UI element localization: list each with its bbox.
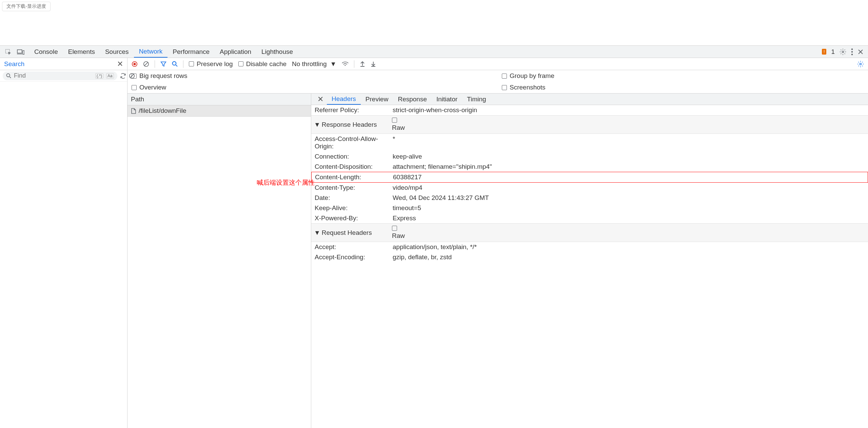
header-key: Accept-Encoding: <box>315 253 393 261</box>
triangle-icon: ▼ <box>314 121 320 128</box>
regex-toggle[interactable]: (.*) <box>95 73 103 79</box>
raw-label: Raw <box>392 232 405 240</box>
header-row: Accept-Encoding:gzip, deflate, br, zstd <box>311 252 868 262</box>
clear-network-icon[interactable] <box>143 61 149 67</box>
header-value: 60388217 <box>393 174 864 181</box>
header-row: Connection:keep-alive <box>311 151 868 162</box>
header-key: Connection: <box>315 153 393 160</box>
requests-header[interactable]: Path <box>127 94 311 105</box>
tab-elements[interactable]: Elements <box>63 46 100 58</box>
svg-point-15 <box>133 63 136 65</box>
triangle-icon: ▼ <box>314 229 320 237</box>
gear-icon[interactable] <box>840 48 846 55</box>
svg-point-4 <box>842 51 844 53</box>
request-row[interactable]: /fileList/downFile <box>127 105 311 117</box>
page-button[interactable]: 文件下载-显示进度 <box>2 2 51 11</box>
search-close-icon[interactable]: ✕ <box>117 60 123 68</box>
request-details: ✕ HeadersPreviewResponseInitiatorTiming … <box>311 94 868 428</box>
search-label: Search <box>4 60 24 68</box>
tab-console[interactable]: Console <box>29 46 63 58</box>
big-rows-checkbox[interactable]: Big request rows <box>132 72 494 80</box>
details-body[interactable]: Referrer Policy:strict-origin-when-cross… <box>311 105 868 428</box>
svg-line-19 <box>176 65 177 66</box>
devtools: ConsoleElementsSourcesNetworkPerformance… <box>0 45 868 428</box>
section-header[interactable]: ▼Response HeadersRaw <box>311 115 868 134</box>
header-row: Content-Length:60388217 <box>311 172 868 183</box>
group-frame-checkbox[interactable]: Group by frame <box>502 72 864 80</box>
header-key: Date: <box>315 194 393 202</box>
header-row: Referrer Policy:strict-origin-when-cross… <box>311 105 868 115</box>
details-tab-initiator[interactable]: Initiator <box>432 94 462 105</box>
svg-point-5 <box>851 48 853 50</box>
svg-point-7 <box>851 54 853 55</box>
refresh-icon[interactable] <box>120 73 126 79</box>
overview-checkbox[interactable]: Overview <box>132 84 494 91</box>
raw-checkbox[interactable] <box>392 226 397 231</box>
raw-checkbox[interactable] <box>392 118 397 123</box>
svg-point-10 <box>6 74 9 77</box>
network-toolbar: Preserve log Disable cache No throttling… <box>127 58 868 70</box>
header-value: strict-origin-when-cross-origin <box>393 106 865 114</box>
throttling-select[interactable]: No throttling ▼ <box>292 60 336 68</box>
details-tab-timing[interactable]: Timing <box>462 94 491 105</box>
header-key: Referrer Policy: <box>315 106 393 114</box>
disable-cache-checkbox[interactable]: Disable cache <box>238 60 287 68</box>
section-header[interactable]: ▼Request HeadersRaw <box>311 223 868 242</box>
upload-icon[interactable] <box>360 61 365 67</box>
more-icon[interactable] <box>851 48 853 55</box>
header-key: Content-Length: <box>315 174 393 181</box>
chevron-down-icon: ▼ <box>330 60 336 68</box>
details-close-icon[interactable]: ✕ <box>314 94 327 105</box>
tab-application[interactable]: Application <box>215 46 256 58</box>
search-network-icon[interactable] <box>172 61 178 67</box>
close-icon[interactable] <box>858 49 863 55</box>
raw-label: Raw <box>392 124 405 131</box>
header-value: Express <box>393 215 865 222</box>
warning-icon[interactable]: ! <box>822 49 827 55</box>
header-value: keep-alive <box>393 153 865 160</box>
details-tab-preview[interactable]: Preview <box>361 94 393 105</box>
filter-icon[interactable] <box>160 61 166 67</box>
header-row: X-Powered-By:Express <box>311 213 868 223</box>
svg-rect-3 <box>23 50 24 54</box>
header-key: Content-Type: <box>315 184 393 191</box>
wifi-icon[interactable] <box>342 61 349 67</box>
network-options: Big request rows Overview Group by frame… <box>127 70 868 94</box>
svg-line-17 <box>144 62 148 66</box>
find-input[interactable] <box>14 72 93 79</box>
svg-point-18 <box>173 62 176 65</box>
case-toggle[interactable]: Aa <box>106 73 114 79</box>
header-row: Keep-Alive:timeout=5 <box>311 203 868 213</box>
file-icon <box>131 108 136 114</box>
header-value: video/mp4 <box>393 184 865 191</box>
header-key: Content-Disposition: <box>315 163 393 170</box>
svg-line-11 <box>9 77 11 78</box>
device-icon[interactable] <box>17 49 24 55</box>
tab-network[interactable]: Network <box>134 46 168 58</box>
details-tab-response[interactable]: Response <box>393 94 432 105</box>
header-key: Keep-Alive: <box>315 204 393 212</box>
tab-lighthouse[interactable]: Lighthouse <box>256 46 298 58</box>
header-value: Wed, 04 Dec 2024 11:43:27 GMT <box>393 194 865 202</box>
tab-performance[interactable]: Performance <box>167 46 215 58</box>
header-value: application/json, text/plain, */* <box>393 243 865 251</box>
header-value: gzip, deflate, br, zstd <box>393 253 865 261</box>
requests-list: Path /fileList/downFile 喊后端设置这个属性 <box>127 94 311 428</box>
search-icon <box>6 73 11 78</box>
download-icon[interactable] <box>371 61 376 67</box>
header-row: Content-Disposition:attachment; filename… <box>311 162 868 172</box>
warning-count: 1 <box>831 48 835 56</box>
details-tab-headers[interactable]: Headers <box>327 94 361 105</box>
inspect-icon[interactable] <box>5 48 12 55</box>
svg-point-20 <box>860 63 862 65</box>
network-panel: Preserve log Disable cache No throttling… <box>127 58 868 428</box>
tab-sources[interactable]: Sources <box>100 46 134 58</box>
svg-rect-1 <box>17 49 22 53</box>
screenshots-checkbox[interactable]: Screenshots <box>502 84 864 91</box>
header-row: Content-Type:video/mp4 <box>311 183 868 193</box>
preserve-log-checkbox[interactable]: Preserve log <box>189 60 233 68</box>
header-row: Access-Control-Allow-Origin:* <box>311 134 868 151</box>
record-icon[interactable] <box>132 61 138 67</box>
search-panel: Search ✕ (.*) Aa <box>0 58 127 428</box>
settings-gear-icon[interactable] <box>857 61 864 67</box>
